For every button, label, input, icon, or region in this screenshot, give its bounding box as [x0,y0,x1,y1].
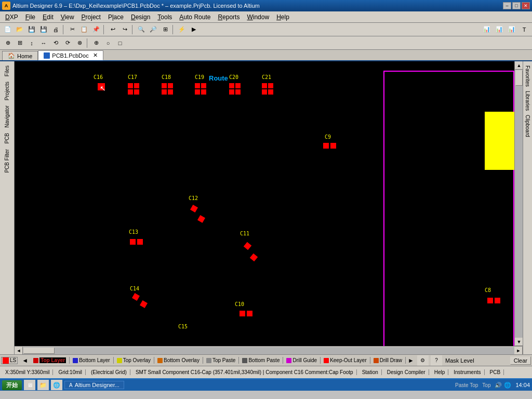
right-tab-libraries[interactable]: Libraries [524,89,531,113]
menu-dxp[interactable]: DXP [2,12,21,22]
scrollbar-vertical[interactable]: ▲ ▼ [514,61,523,346]
menu-file[interactable]: File [22,12,38,22]
left-tab-pcb[interactable]: PCB [3,131,11,146]
pad-C21-4[interactable] [268,89,273,95]
pad-C19-4[interactable] [201,89,206,95]
menu-reports[interactable]: Reports [215,12,243,22]
tb-pcb7[interactable]: ⊗ [74,38,85,48]
minimize-button[interactable]: – [503,2,511,9]
tb-copy[interactable]: 📋 [78,24,90,35]
pad-C18-4[interactable] [168,89,173,95]
pad-C9-2[interactable] [330,143,336,149]
layer-scroll-right[interactable]: ► [406,357,416,364]
layer-tool1[interactable]: ⚙ [417,355,429,366]
pcb-label[interactable]: PCB [487,369,504,375]
tb-save[interactable]: 💾 [26,24,37,35]
layer-top-overlay[interactable]: Top Overlay [114,357,154,364]
left-tab-pcb-filter[interactable]: PCB Filter [3,147,11,175]
layer-top-paste[interactable]: Top Paste [203,357,239,364]
tb-pcb3[interactable]: ↕ [26,38,37,48]
tb-extra4[interactable]: T [518,24,530,35]
pad-C20-2[interactable] [235,83,241,88]
pad-C13-2[interactable] [137,239,143,245]
layer-bottom-overlay[interactable]: Bottom Overlay [154,357,203,364]
scroll-left-button[interactable]: ◄ [15,347,23,355]
taskbar-icon2[interactable]: 📁 [37,380,49,390]
scroll-down-button[interactable]: ▼ [515,338,523,346]
help-label[interactable]: Help [431,369,449,375]
left-tab-projects[interactable]: Projects [3,79,11,102]
tb-pcb5[interactable]: ⟲ [50,38,61,48]
tab-pcb[interactable]: PCB1.PcbDoc ✕ [38,50,103,60]
scroll-track-h[interactable] [23,347,514,354]
pad-C17-4[interactable] [134,89,139,95]
scroll-track-v[interactable] [515,70,523,338]
scroll-thumb-h[interactable] [23,348,55,354]
menu-tools[interactable]: Tools [154,12,175,22]
tb-undo[interactable]: ↩ [107,24,118,35]
pad-C20-3[interactable] [229,89,234,95]
station[interactable]: Station [359,369,382,375]
pad-C18-1[interactable] [162,83,167,88]
menu-design[interactable]: Design [128,12,153,22]
menu-help[interactable]: Help [273,12,292,22]
tb-extra1[interactable]: 📊 [481,24,493,35]
tb-save-all[interactable]: 💾 [38,24,49,35]
right-tab-clipboard[interactable]: Clipboard [524,113,531,139]
pcb-canvas[interactable]: C16 C17 C18 C19 [15,61,514,346]
pad-C14-1[interactable] [132,293,140,301]
pad-C8-1[interactable] [487,298,493,303]
pad-C21-3[interactable] [262,89,267,95]
pad-C10-2[interactable] [247,311,252,316]
tb-paste[interactable]: 📌 [90,24,102,35]
pad-C18-2[interactable] [168,83,173,88]
maximize-button[interactable]: □ [512,2,521,9]
pad-C14-2[interactable] [140,300,148,308]
tb-cut[interactable]: ✂ [66,24,78,35]
pad-C18-3[interactable] [162,89,167,95]
instruments[interactable]: Instruments [450,369,484,375]
pad-C20-1[interactable] [229,83,234,88]
layer-drill-draw[interactable]: Drill Draw [370,357,406,364]
left-tab-navigator[interactable]: Navigator [3,103,11,130]
layer-drill-guide[interactable]: Drill Guide [283,357,321,364]
tb-open[interactable]: 📂 [14,24,25,35]
tb-pcb8[interactable]: ⊕ [90,38,102,48]
layer-keep-out[interactable]: Keep-Out Layer [321,357,370,364]
layer-bottom[interactable]: Bottom Layer [70,357,113,364]
pad-C20-4[interactable] [235,89,241,95]
menu-project[interactable]: Project [78,12,104,22]
tb-run[interactable]: ▶ [188,24,200,35]
pad-C11-1[interactable] [244,242,251,250]
scroll-up-button[interactable]: ▲ [515,61,523,70]
pad-C13-1[interactable] [130,239,136,245]
menu-place[interactable]: Place [105,12,127,22]
pad-C12-1[interactable] [190,205,198,212]
pad-C19-1[interactable] [195,83,200,88]
tb-extra3[interactable]: 📊 [506,24,517,35]
tb-extra2[interactable]: 📊 [494,24,505,35]
menu-window[interactable]: Window [244,12,272,22]
taskbar-altium[interactable]: A Altium Designer... [64,381,124,389]
left-tab-files[interactable]: Files [3,63,11,78]
tb-pcb6[interactable]: ⟳ [62,38,73,48]
pad-C10-1[interactable] [240,311,245,316]
pad-C8-2[interactable] [495,298,500,303]
tb-new[interactable]: 📄 [2,24,14,35]
scrollbar-horizontal[interactable]: ◄ ► [15,346,523,354]
tab-close-icon[interactable]: ✕ [93,52,98,59]
tb-redo[interactable]: ↪ [119,24,130,35]
tab-home[interactable]: 🏠 Home [2,51,38,60]
tb-fit[interactable]: ⊞ [159,24,171,35]
tb-pcb2[interactable]: ⊞ [14,38,25,48]
menu-edit[interactable]: Edit [39,12,57,22]
design-compiler[interactable]: Design Compiler [384,369,429,375]
pad-C21-2[interactable] [268,83,273,88]
clear-button[interactable]: Clear [510,356,531,365]
pad-C11-2[interactable] [250,254,258,261]
tb-print[interactable]: 🖨 [50,24,61,35]
taskbar-icon3[interactable]: 🌐 [51,380,62,390]
pad-C17-3[interactable] [128,89,133,95]
menu-view[interactable]: View [58,12,77,22]
tb-pcb9[interactable]: ○ [102,38,114,48]
